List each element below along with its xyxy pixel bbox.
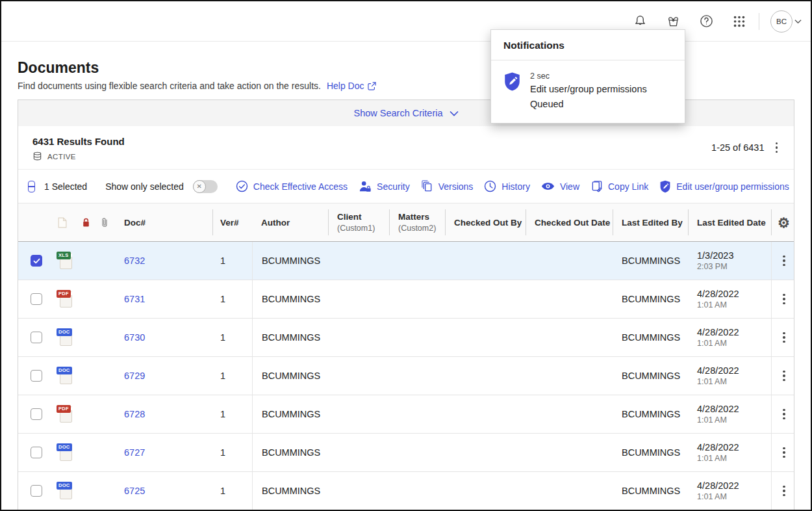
- column-header-doc-num[interactable]: Doc#: [114, 218, 212, 228]
- column-header-client-sub: (Custom1): [337, 224, 389, 233]
- row-checkbox[interactable]: [31, 332, 42, 343]
- column-header-author[interactable]: Author: [252, 218, 328, 228]
- lock-cell: [77, 357, 95, 395]
- last-edited-date-cell: 4/28/2022 1:01 AM: [688, 357, 771, 395]
- doc-num-link[interactable]: 6727: [124, 447, 145, 458]
- ver-cell: 1: [212, 280, 252, 318]
- client-cell: [328, 395, 389, 433]
- row-checkbox[interactable]: [31, 485, 42, 497]
- file-type-icon[interactable]: PDF: [57, 404, 73, 424]
- help-doc-link[interactable]: Help Doc: [327, 81, 376, 91]
- file-type-icon[interactable]: XLS: [57, 251, 73, 270]
- row-more-options-kebab[interactable]: [781, 329, 787, 346]
- edited-date: 4/28/2022: [697, 404, 739, 414]
- doc-num-link[interactable]: 6725: [124, 486, 145, 496]
- security-button[interactable]: Security: [359, 180, 410, 192]
- whats-new-gift-icon[interactable]: [665, 13, 681, 30]
- column-header-matters[interactable]: Matters (Custom2): [389, 212, 445, 233]
- view-button[interactable]: View: [541, 181, 579, 192]
- column-header-client-main: Client: [337, 212, 389, 222]
- check-effective-access-button[interactable]: Check Effective Access: [236, 180, 348, 192]
- document-type-column-icon[interactable]: [47, 217, 77, 228]
- doc-num-link[interactable]: 6732: [124, 255, 145, 266]
- client-cell: [328, 242, 389, 280]
- column-header-checked-out-date[interactable]: Checked Out Date: [526, 218, 613, 228]
- versions-button[interactable]: Versions: [421, 180, 474, 192]
- row-checkbox[interactable]: [31, 255, 42, 267]
- file-type-icon[interactable]: PDF: [57, 289, 73, 309]
- column-header-client[interactable]: Client (Custom1): [328, 212, 389, 233]
- doc-num-cell: 6728: [114, 395, 212, 433]
- row-more-options-kebab[interactable]: [781, 367, 787, 384]
- row-checkbox[interactable]: [31, 408, 42, 420]
- row-actions-cell: [771, 280, 794, 318]
- last-edited-date-cell: 4/28/2022 1:01 AM: [688, 280, 771, 318]
- doc-num-link[interactable]: 6728: [124, 409, 145, 419]
- attachment-column-icon[interactable]: [95, 217, 114, 228]
- column-header-last-edited-date[interactable]: Last Edited Date: [688, 218, 771, 228]
- file-type-icon[interactable]: DOC: [57, 443, 73, 462]
- checked-out-lock-column-icon[interactable]: [77, 218, 95, 228]
- row-checkbox[interactable]: [31, 293, 42, 305]
- history-button[interactable]: History: [484, 180, 530, 192]
- copy-link-button[interactable]: Copy Link: [590, 180, 648, 192]
- row-more-options-kebab[interactable]: [781, 252, 787, 269]
- table-row: DOC 6729 1 BCUMMINGS BCUMMINGS 4/28/2022…: [18, 357, 794, 395]
- file-type-badge: DOC: [57, 328, 72, 336]
- action-label: Copy Link: [608, 181, 648, 192]
- notifications-bell-icon[interactable]: [631, 13, 648, 30]
- edit-user-group-permissions-button[interactable]: Edit user/group permissions: [659, 180, 789, 193]
- table-body: XLS 6732 1 BCUMMINGS BCUMMINGS 1/3/2023 …: [18, 242, 794, 510]
- row-actions-cell: [771, 319, 794, 356]
- file-type-badge: DOC: [57, 367, 72, 374]
- column-header-checked-out-by[interactable]: Checked Out By: [445, 218, 526, 228]
- row-more-options-kebab[interactable]: [781, 406, 787, 423]
- last-edited-date-cell: 4/28/2022 1:01 AM: [688, 472, 771, 510]
- row-more-options-kebab[interactable]: [781, 444, 787, 461]
- row-checkbox-cell: [18, 472, 47, 510]
- column-header-matters-main: Matters: [398, 212, 445, 222]
- doc-num-link[interactable]: 6729: [124, 371, 145, 381]
- doc-num-link[interactable]: 6730: [124, 332, 145, 343]
- table-header: Doc# Ver# Author Client (Custom1) Matter…: [18, 203, 794, 242]
- file-type-cell: DOC: [47, 357, 77, 395]
- results-more-options-kebab[interactable]: [774, 139, 780, 156]
- row-checkbox[interactable]: [31, 447, 42, 458]
- paperclip-icon: [101, 217, 108, 228]
- row-checkbox[interactable]: [31, 370, 42, 382]
- show-search-criteria-button[interactable]: Show Search Criteria: [354, 108, 459, 118]
- help-icon[interactable]: [698, 13, 715, 30]
- row-more-options-kebab[interactable]: [781, 482, 787, 499]
- doc-num-cell: 6725: [114, 472, 212, 510]
- select-all-checkbox[interactable]: [28, 181, 35, 192]
- column-settings-gear[interactable]: ⚙: [771, 216, 794, 229]
- show-only-selected-toggle[interactable]: ✕: [193, 180, 218, 193]
- column-header-matters-sub: (Custom2): [398, 224, 445, 233]
- row-more-options-kebab[interactable]: [781, 291, 787, 308]
- user-menu[interactable]: BC: [770, 10, 802, 33]
- attachment-cell: [95, 357, 114, 395]
- file-type-cell: PDF: [47, 395, 77, 433]
- checked-out-date-cell: [526, 357, 613, 395]
- notification-time: 2 sec: [530, 72, 647, 81]
- edited-time: 1:01 AM: [697, 492, 727, 501]
- file-type-icon[interactable]: DOC: [57, 366, 73, 386]
- chevron-down-icon: [450, 111, 459, 116]
- file-type-icon[interactable]: DOC: [57, 328, 73, 347]
- edit-shield-icon: [659, 180, 671, 193]
- check-icon: [33, 258, 40, 264]
- last-edited-by-cell: BCUMMINGS: [613, 280, 688, 318]
- ver-cell: 1: [212, 434, 252, 471]
- notification-item[interactable]: 2 sec Edit user/group permissions Queued: [491, 60, 685, 123]
- table-row: XLS 6732 1 BCUMMINGS BCUMMINGS 1/3/2023 …: [18, 242, 794, 280]
- client-cell: [328, 280, 389, 318]
- avatar[interactable]: BC: [770, 10, 793, 33]
- column-header-ver[interactable]: Ver#: [212, 218, 252, 228]
- row-actions-cell: [771, 357, 794, 395]
- column-header-last-edited-by[interactable]: Last Edited By: [613, 218, 688, 228]
- checked-out-by-cell: [445, 319, 526, 356]
- app-launcher-grid-icon[interactable]: [731, 13, 748, 30]
- file-type-icon[interactable]: DOC: [57, 481, 73, 501]
- doc-num-link[interactable]: 6731: [124, 294, 145, 304]
- last-edited-by-cell: BCUMMINGS: [613, 242, 688, 280]
